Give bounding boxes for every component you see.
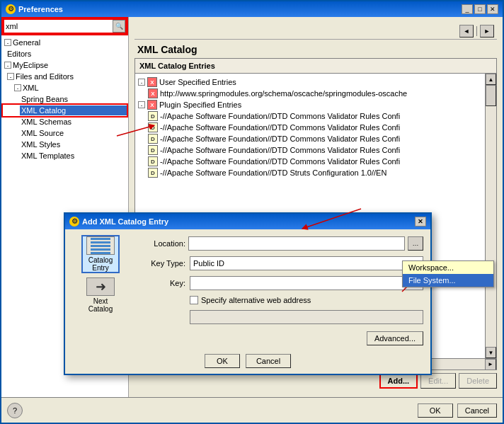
doc-lines [91, 238, 110, 254]
doc-line-4 [91, 248, 110, 251]
next-catalog-icon[interactable]: ➜ Next Catalog [83, 277, 118, 313]
dialog-close-button[interactable]: ✕ [415, 217, 426, 227]
alt-web-checkbox[interactable] [190, 296, 198, 304]
key-row: Key: [136, 276, 423, 290]
dialog-ok-button[interactable]: OK [205, 354, 240, 368]
doc-line-2 [91, 241, 110, 243]
doc-line-3 [91, 245, 110, 247]
keytype-select[interactable]: Public ID System ID URI [190, 256, 423, 270]
context-menu: Workspace... File System... [402, 260, 494, 287]
dialog-body: Catalog Entry ➜ Next Catalog Location: … [65, 229, 430, 331]
checkbox-label: Specify alternative web address [201, 296, 311, 304]
dialog-title-text: Add XML Catalog Entry [82, 217, 168, 226]
arrow-icon: ➜ [96, 279, 106, 294]
advanced-row: Advanced... [65, 331, 430, 348]
catalog-entry-label: Catalog Entry [83, 256, 118, 272]
doc-line-1 [91, 238, 110, 240]
checkbox-row: Specify alternative web address [136, 296, 423, 304]
context-menu-workspace[interactable]: Workspace... [403, 261, 493, 274]
key-label: Key: [136, 279, 185, 287]
next-catalog-img: ➜ [86, 277, 115, 296]
keytype-row: Key Type: Public ID System ID URI [136, 256, 423, 270]
location-input[interactable] [188, 236, 405, 251]
advanced-button[interactable]: Advanced... [367, 331, 423, 345]
alt-web-input[interactable] [190, 310, 423, 324]
location-browse-button[interactable]: … [408, 236, 423, 251]
next-catalog-label: Next Catalog [83, 297, 118, 313]
alt-web-row [136, 310, 423, 324]
dialog-cancel-button[interactable]: Cancel [246, 354, 291, 368]
dialog-form: Location: … Key Type: Public ID System I… [136, 236, 423, 324]
doc-line-5 [91, 252, 110, 254]
location-label: Location: [136, 239, 185, 248]
key-input[interactable] [190, 276, 423, 290]
dialog-footer: OK Cancel [65, 348, 430, 374]
catalog-entry-icon[interactable]: Catalog Entry [83, 236, 118, 272]
dialog-overlay: ⚙ Add XML Catalog Entry ✕ [0, 0, 504, 424]
keytype-label: Key Type: [136, 259, 185, 268]
context-menu-filesystem[interactable]: File System... [403, 274, 493, 287]
dialog-left-icons: Catalog Entry ➜ Next Catalog [72, 236, 129, 324]
dialog-title-bar: ⚙ Add XML Catalog Entry ✕ [65, 214, 430, 229]
dialog-icon: ⚙ [69, 217, 79, 227]
catalog-entry-img [86, 236, 115, 255]
add-catalog-dialog: ⚙ Add XML Catalog Entry ✕ [64, 212, 432, 375]
location-row: Location: … [136, 236, 423, 251]
